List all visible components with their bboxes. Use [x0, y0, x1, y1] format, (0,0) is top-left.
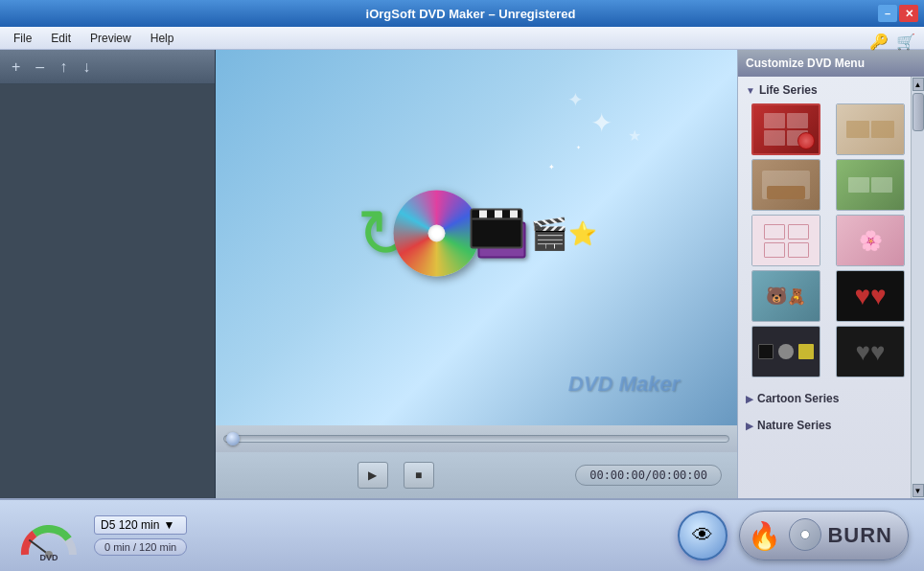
- file-list: [0, 84, 215, 498]
- window-controls: – ✕: [878, 5, 918, 22]
- life-series-header[interactable]: ▼ Life Series: [738, 80, 924, 100]
- life-series-section: ▼ Life Series: [738, 77, 924, 385]
- menu-preview[interactable]: Preview: [81, 30, 141, 47]
- close-button[interactable]: ✕: [899, 5, 918, 22]
- thumb-life-9[interactable]: [751, 326, 820, 377]
- controls-area: ▶ ■ 00:00:00/00:00:00: [216, 452, 737, 498]
- dvd-menu-header: Customize DVD Menu: [738, 50, 924, 77]
- play-button[interactable]: ▶: [358, 462, 388, 489]
- thumb-life-6[interactable]: 🌸: [836, 215, 905, 266]
- cart-icon[interactable]: 🛒: [895, 31, 916, 52]
- thumb-life-10[interactable]: ♥♥: [836, 326, 905, 377]
- progress-thumb[interactable]: [226, 432, 240, 445]
- menu-edit[interactable]: Edit: [41, 30, 81, 47]
- title-bar: iOrgSoft DVD Maker – Unregistered – ✕: [0, 0, 924, 27]
- cartoon-series-section: ▶ Cartoon Series: [738, 385, 924, 412]
- cartoon-series-header[interactable]: ▶ Cartoon Series: [738, 389, 924, 408]
- nature-series-section: ▶ Nature Series: [738, 412, 924, 439]
- thumb-life-7[interactable]: 🐻 🧸: [751, 270, 820, 322]
- thumb-life-5[interactable]: [751, 215, 820, 266]
- remove-file-button[interactable]: –: [32, 57, 48, 78]
- nature-series-header[interactable]: ▶ Nature Series: [738, 416, 924, 435]
- disc-time-label: 0 min / 120 min: [94, 538, 187, 556]
- dropdown-arrow: ▼: [163, 518, 174, 532]
- nature-series-label: Nature Series: [757, 419, 831, 432]
- burn-button[interactable]: 🔥 BURN: [739, 511, 909, 560]
- cartoon-series-label: Cartoon Series: [757, 392, 839, 405]
- move-up-button[interactable]: ↑: [56, 57, 71, 78]
- main-area: + – ↑ ↓ ✦ ✦ ★ ↻: [0, 50, 924, 498]
- left-toolbar: + – ↑ ↓: [0, 50, 215, 84]
- bottom-bar: DVD D5 120 min ▼ 0 min / 120 min 👁 🔥 BUR…: [0, 498, 924, 571]
- life-series-arrow: ▼: [746, 85, 755, 96]
- disc-selector: D5 120 min ▼ 0 min / 120 min: [94, 515, 187, 556]
- flame-icon: 🔥: [748, 520, 781, 552]
- preview-eye-button[interactable]: 👁: [678, 511, 728, 560]
- cartoon-series-arrow: ▶: [746, 394, 753, 404]
- disc-dropdown[interactable]: D5 120 min ▼: [94, 515, 187, 535]
- scrollbar-track[interactable]: ▲ ▼: [911, 77, 924, 498]
- progress-bar-area: [216, 425, 737, 452]
- toolbar-icons: 🔑 🛒: [868, 31, 916, 52]
- thumb-life-3[interactable]: [751, 159, 820, 211]
- center-panel: ✦ ✦ ★ ↻: [216, 50, 737, 498]
- progress-track[interactable]: [223, 435, 729, 443]
- nature-series-arrow: ▶: [746, 421, 753, 431]
- burn-label: BURN: [827, 523, 892, 548]
- dvd-menu-content[interactable]: ▼ Life Series: [738, 77, 924, 498]
- right-panel: Customize DVD Menu ▼ Life Series: [737, 50, 924, 498]
- scrollbar-thumb[interactable]: [912, 93, 924, 131]
- thumb-life-4[interactable]: [836, 159, 905, 211]
- move-down-button[interactable]: ↓: [79, 57, 94, 78]
- menu-file[interactable]: File: [4, 30, 41, 47]
- left-panel: + – ↑ ↓: [0, 50, 216, 498]
- stop-button[interactable]: ■: [404, 462, 434, 489]
- thumb-life-8[interactable]: ♥♥: [836, 270, 905, 322]
- disc-icon: [789, 518, 821, 551]
- disc-type-label: D5 120 min: [101, 518, 159, 532]
- menu-bar: File Edit Preview Help 🔑 🛒: [0, 27, 924, 50]
- time-display: 00:00:00/00:00:00: [575, 465, 722, 486]
- add-file-button[interactable]: +: [8, 57, 24, 78]
- preview-watermark: DVD Maker: [568, 372, 680, 397]
- life-series-label: Life Series: [759, 83, 818, 97]
- key-icon[interactable]: 🔑: [868, 31, 889, 52]
- svg-text:DVD: DVD: [39, 553, 58, 562]
- life-series-thumbnails: 🌸 🐻 🧸 ♥♥: [738, 100, 924, 381]
- thumb-life-2[interactable]: [836, 103, 905, 155]
- menu-help[interactable]: Help: [141, 30, 184, 47]
- app-title: iOrgSoft DVD Maker – Unregistered: [63, 7, 878, 21]
- thumb-life-1[interactable]: [751, 103, 820, 155]
- preview-area: ✦ ✦ ★ ↻: [216, 50, 737, 425]
- dvd-gauge: DVD: [15, 507, 82, 564]
- minimize-button[interactable]: –: [878, 5, 897, 22]
